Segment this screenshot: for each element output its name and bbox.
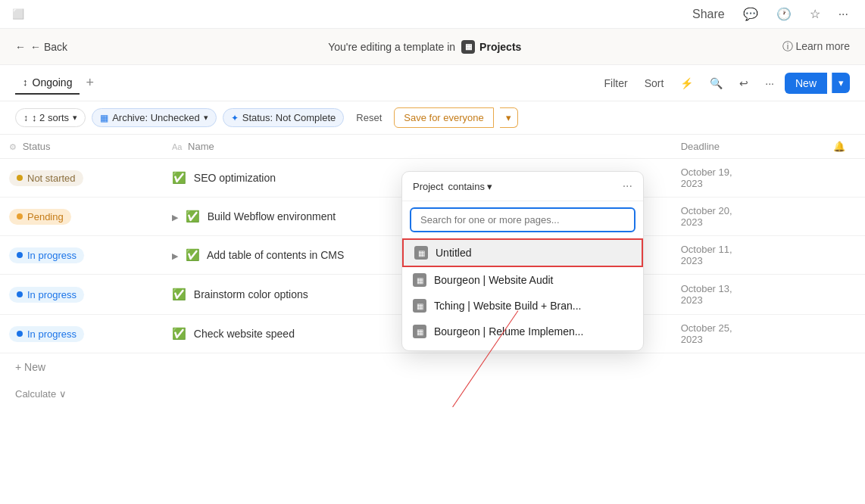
item-icon-tching: ▦: [413, 299, 426, 313]
tab-ongoing[interactable]: ↕ Ongoing: [15, 72, 80, 95]
dropdown-item-tching[interactable]: ▦ Tching | Website Build + Bran...: [402, 293, 643, 319]
share-button[interactable]: Share: [688, 6, 729, 23]
dot-blue: [17, 252, 23, 258]
archive-filter-chip[interactable]: ▦ Archive: Unchecked ▾: [92, 108, 217, 127]
learn-more-link[interactable]: ⓘ Learn more: [782, 40, 850, 54]
comment-icon[interactable]: 💬: [739, 5, 763, 23]
tab-sync-icon: ↕: [23, 76, 28, 88]
deadline-cell: October 13,2023: [672, 275, 825, 315]
col-header-project: [448, 135, 672, 159]
archive-label: Archive: Unchecked: [112, 112, 200, 123]
add-tab-button[interactable]: +: [83, 72, 97, 94]
status-filter-chip[interactable]: ✦ Status: Not Complete: [223, 108, 345, 127]
new-button[interactable]: New: [785, 73, 827, 94]
dot-amber: [17, 175, 23, 181]
sorts-chevron-icon: ▾: [73, 113, 77, 123]
editing-bar: ← ← Back You're editing a template in ▦ …: [0, 29, 865, 65]
save-for-everyone-button[interactable]: Save for everyone: [394, 107, 494, 128]
status-cell: In progress: [0, 275, 163, 315]
status-badge-in-progress: In progress: [9, 326, 84, 342]
dropdown-item-untitled[interactable]: ▦ Untitled: [402, 238, 643, 267]
dropdown-title-text: Project: [413, 181, 443, 192]
flag-cell: [824, 159, 865, 198]
save-arrow-button[interactable]: ▾: [500, 107, 518, 128]
learn-more-text: ⓘ Learn more: [782, 40, 850, 54]
status-badge-pending: Pending: [9, 209, 71, 225]
dropdown-item-bourgeon-audit[interactable]: ▦ Bourgeon | Website Audit: [402, 267, 643, 293]
check-icon: ✅: [186, 210, 200, 222]
check-icon: ✅: [172, 288, 186, 300]
status-badge-not-started: Not started: [9, 170, 83, 186]
back-button[interactable]: ← ← Back: [15, 41, 67, 53]
top-bar: ⬜ Share 💬 🕐 ☆ ···: [0, 0, 865, 29]
contains-chevron-icon: ▾: [487, 181, 492, 192]
status-spin-icon: ✦: [231, 113, 239, 123]
col-header-flag: 🔔: [824, 135, 865, 159]
back-arrow-button[interactable]: ↩: [733, 73, 754, 93]
flag-cell: [824, 198, 865, 236]
dot-blue: [17, 331, 23, 337]
reset-button[interactable]: Reset: [350, 109, 388, 126]
dropdown-more-icon[interactable]: ···: [623, 179, 632, 193]
archive-icon: ▦: [100, 113, 108, 123]
item-label-bourgeon-audit: Bourgeon | Website Audit: [434, 274, 553, 286]
dot-blue: [17, 291, 23, 297]
history-icon[interactable]: 🕐: [772, 5, 796, 23]
item-label-untitled: Untitled: [436, 247, 471, 259]
item-icon-bourgeon-audit: ▦: [413, 273, 426, 287]
new-row-label: + New: [15, 361, 45, 373]
expand-icon: ▶: [172, 213, 178, 222]
status-badge-in-progress: In progress: [9, 247, 84, 263]
status-cell: In progress: [0, 236, 163, 275]
check-icon: ✅: [172, 327, 186, 340]
status-cell: Pending: [0, 198, 163, 236]
archive-chevron-icon: ▾: [204, 113, 208, 123]
item-label-bourgeon-relume: Bourgeon | Relume Implemen...: [434, 325, 583, 338]
star-icon[interactable]: ☆: [805, 5, 825, 23]
dot-orange: [17, 213, 23, 219]
flag-cell: [824, 315, 865, 353]
col-header-status: ⚙ Status: [0, 135, 163, 159]
calculate-label: Calculate ∨: [15, 388, 67, 400]
toolbar-right: Filter Sort ⚡ 🔍 ↩ ··· New ▾: [598, 73, 851, 94]
dropdown-item-bourgeon-relume[interactable]: ▦ Bourgeon | Relume Implemen...: [402, 319, 643, 344]
deadline-cell: October 25,2023: [672, 315, 825, 353]
dropdown-header: Project contains ▾ ···: [402, 172, 643, 201]
top-bar-right: Share 💬 🕐 ☆ ···: [688, 5, 853, 23]
lightning-button[interactable]: ⚡: [674, 73, 699, 93]
sort-button[interactable]: Sort: [639, 73, 670, 93]
flag-cell: [824, 236, 865, 275]
contains-button[interactable]: contains ▾: [448, 181, 492, 192]
sort-arrows-icon: ↕: [23, 113, 28, 123]
project-filter-dropdown: Project contains ▾ ··· ▦ Untitled ▦ Bour…: [401, 171, 644, 351]
deadline-cell: October 20,2023: [672, 198, 825, 236]
sorts-filter-chip[interactable]: ↕ ↕ 2 sorts ▾: [15, 108, 86, 127]
status-cell: In progress: [0, 315, 163, 353]
toolbar: ↕ Ongoing + Filter Sort ⚡ 🔍 ↩ ··· New ▾: [0, 65, 865, 101]
editing-center: You're editing a template in ▦ Projects: [328, 40, 521, 54]
check-icon: ✅: [186, 248, 200, 261]
top-bar-left: ⬜: [12, 8, 24, 20]
search-button[interactable]: 🔍: [704, 73, 729, 93]
filter-button[interactable]: Filter: [598, 73, 634, 93]
expand-icon: ▶: [172, 251, 178, 260]
search-input[interactable]: [410, 207, 635, 232]
more-icon[interactable]: ···: [834, 6, 853, 23]
col-header-deadline: Deadline: [672, 135, 825, 159]
new-row-button[interactable]: + New: [0, 353, 865, 381]
status-badge-in-progress: In progress: [9, 287, 84, 303]
col-header-name: Aa Name: [163, 135, 448, 159]
projects-badge: ▦ Projects: [461, 40, 521, 54]
item-icon-bourgeon-relume: ▦: [413, 325, 426, 338]
projects-label: Projects: [479, 41, 521, 53]
tab-label: Ongoing: [33, 76, 73, 89]
editing-text: You're editing a template in: [328, 41, 455, 53]
filter-bar: ↕ ↕ 2 sorts ▾ ▦ Archive: Unchecked ▾ ✦ S…: [0, 101, 865, 135]
item-icon-untitled: ▦: [414, 246, 428, 260]
item-label-tching: Tching | Website Build + Bran...: [434, 300, 581, 312]
table-wrapper: ⚙ Status Aa Name Deadline 🔔: [0, 135, 865, 407]
new-button-arrow[interactable]: ▾: [832, 73, 850, 93]
more-options-button[interactable]: ···: [759, 73, 780, 93]
flag-cell: [824, 275, 865, 315]
calculate-row[interactable]: Calculate ∨: [0, 381, 865, 407]
